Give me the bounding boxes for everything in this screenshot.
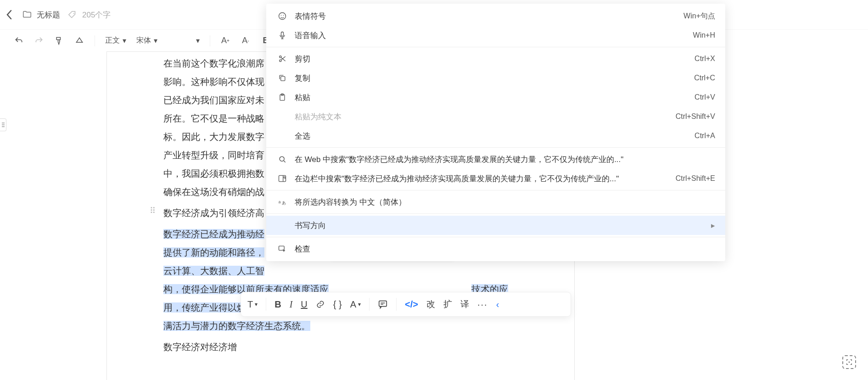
menu-separator	[266, 237, 725, 237]
menu-separator	[266, 47, 725, 47]
svg-point-11	[280, 156, 284, 161]
toolbar-divider	[396, 298, 397, 311]
font-color-button[interactable]: A▾	[350, 299, 361, 310]
code-button[interactable]: </>	[405, 299, 418, 310]
menu-item-label: 检查	[295, 244, 715, 254]
selected-text: 云计算、大数据、人工智	[163, 266, 264, 276]
link-button[interactable]	[316, 300, 325, 309]
italic-button[interactable]: I	[290, 299, 293, 310]
svg-point-3	[281, 15, 282, 16]
tag-icon	[67, 10, 78, 20]
translate-button[interactable]: 译	[460, 298, 469, 310]
rewrite-button[interactable]: 改	[426, 298, 435, 310]
screenshot-button[interactable]	[842, 355, 856, 369]
sidebar-icon	[276, 174, 288, 183]
lang-icon: aあ	[276, 197, 288, 207]
menu-item-inspect[interactable]: 检查	[266, 239, 725, 258]
toolbar-divider	[266, 298, 266, 311]
chevron-down-icon: ▾	[196, 36, 200, 45]
menu-item-label: 粘贴	[295, 92, 694, 103]
menu-item-translate[interactable]: aあ将所选内容转换为 中文（简体）	[266, 192, 725, 212]
svg-rect-8	[281, 77, 285, 81]
menu-item-label: 剪切	[295, 54, 694, 64]
menu-item-shortcut: Ctrl+A	[694, 132, 715, 140]
menu-item-label: 全选	[295, 131, 694, 141]
decrease-font-button[interactable]: A-	[241, 36, 251, 46]
clear-format-button[interactable]	[74, 36, 84, 46]
menu-item-writing-dir[interactable]: 书写方向▸	[266, 216, 725, 235]
svg-point-4	[283, 15, 284, 16]
menu-item-shortcut: Ctrl+X	[694, 55, 715, 63]
underline-button[interactable]: U	[301, 299, 307, 310]
menu-item-label: 表情符号	[295, 11, 683, 22]
chevron-down-icon: ▾	[123, 36, 126, 45]
menu-item-emoji[interactable]: 表情符号Win+句点	[266, 6, 725, 26]
svg-text:a: a	[279, 200, 281, 204]
svg-point-2	[279, 13, 286, 20]
selected-text: 提供了新的动能和路径，	[163, 247, 264, 257]
menu-item-copy[interactable]: 复制Ctrl+C	[266, 68, 725, 88]
block-drag-handle[interactable]: ⠿	[150, 206, 157, 216]
undo-button[interactable]	[14, 36, 24, 46]
selection-toolbar: T▾ B I U { } A▾ </> 改 扩 译 ··· ‹	[241, 292, 571, 317]
menu-item-label: 将所选内容转换为 中文（简体）	[295, 197, 715, 207]
menu-item-label: 语音输入	[295, 30, 693, 41]
menu-item-select-all[interactable]: 全选Ctrl+A	[266, 126, 725, 145]
svg-point-13	[284, 177, 285, 178]
format-paint-button[interactable]	[54, 36, 64, 46]
toolbar-divider	[95, 35, 95, 46]
context-menu: 表情符号Win+句点语音输入Win+H剪切Ctrl+X复制Ctrl+C粘贴Ctr…	[266, 4, 725, 261]
menu-item-cut[interactable]: 剪切Ctrl+X	[266, 49, 725, 68]
font-family-select[interactable]: 宋体▾	[136, 36, 157, 45]
clipboard-icon	[276, 93, 288, 102]
menu-item-shortcut: Win+H	[693, 31, 715, 39]
paragraph-line: 数字经济对经济增	[163, 338, 517, 356]
redo-button[interactable]	[34, 36, 44, 46]
menu-item-label: 粘贴为纯文本	[295, 112, 676, 122]
menu-item-web-search[interactable]: 在 Web 中搜索"数字经济已经成为推动经济实现高质量发展的关键力量，它不仅为传…	[266, 150, 725, 169]
toolbar-divider	[210, 35, 210, 46]
menu-item-label: 在边栏中搜索"数字经济已经成为推动经济实现高质量发展的关键力量，它不仅为传统产业…	[295, 173, 676, 184]
mic-icon	[276, 31, 288, 40]
collapse-toolbar-button[interactable]: ‹	[496, 299, 505, 310]
menu-item-shortcut: Win+句点	[683, 11, 715, 21]
menu-separator	[266, 147, 725, 148]
menu-item-shortcut: Ctrl+C	[694, 74, 715, 82]
chevron-down-icon: ▾	[154, 36, 157, 45]
font-size-select[interactable]: ▾	[168, 36, 200, 45]
chevron-right-icon: ▸	[711, 221, 715, 230]
expand-button[interactable]: 扩	[443, 298, 452, 310]
svg-point-18	[849, 362, 850, 363]
word-count: 205个字	[82, 10, 111, 20]
paragraph-style-select[interactable]: 正文▾	[105, 36, 126, 45]
menu-item-paste[interactable]: 粘贴Ctrl+V	[266, 88, 725, 107]
braces-button[interactable]: { }	[333, 299, 342, 310]
more-button[interactable]: ···	[477, 299, 488, 310]
selected-text: 数字经济已经成为推动经	[163, 229, 264, 239]
svg-point-0	[73, 13, 74, 14]
copy-icon	[276, 73, 288, 83]
menu-separator	[266, 190, 725, 190]
menu-item-shortcut: Ctrl+V	[694, 93, 715, 101]
menu-item-label: 在 Web 中搜索"数字经济已经成为推动经济实现高质量发展的关键力量，它不仅为传…	[295, 154, 715, 165]
folder-icon	[22, 10, 32, 20]
toolbar-divider	[369, 298, 370, 311]
left-panel-toggle[interactable]	[0, 118, 6, 131]
back-button[interactable]	[4, 9, 15, 20]
menu-item-sidebar-search[interactable]: 在边栏中搜索"数字经济已经成为推动经济实现高质量发展的关键力量，它不仅为传统产业…	[266, 169, 725, 188]
svg-rect-5	[281, 32, 284, 36]
inspect-icon	[276, 244, 288, 253]
increase-font-button[interactable]: A+	[220, 36, 230, 46]
menu-item-voice[interactable]: 语音输入Win+H	[266, 26, 725, 45]
word-count-group[interactable]: 205个字	[67, 10, 111, 20]
menu-item-label: 复制	[295, 73, 694, 84]
svg-point-7	[280, 60, 281, 61]
comment-button[interactable]	[378, 299, 388, 309]
bold-button[interactable]: B	[274, 299, 281, 310]
menu-item-paste-plain: 粘贴为纯文本Ctrl+Shift+V	[266, 107, 725, 126]
menu-item-shortcut: Ctrl+Shift+E	[676, 174, 715, 183]
menu-separator	[266, 213, 725, 214]
document-title-group[interactable]: 无标题	[22, 10, 60, 20]
text-style-button[interactable]: T▾	[247, 299, 258, 310]
search-icon	[276, 155, 288, 164]
